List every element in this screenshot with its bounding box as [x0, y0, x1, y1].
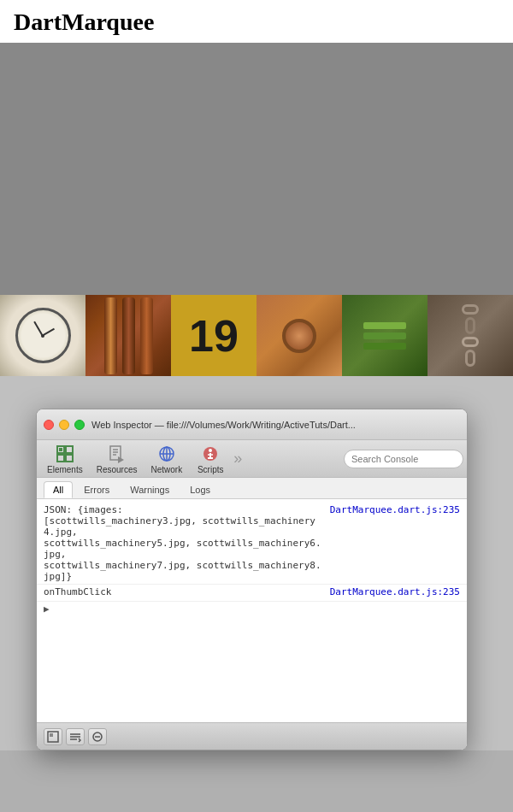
- bottom-background: [0, 750, 513, 812]
- console-entry-1: JSON: {images: [scottwills_machinery3.jp…: [37, 503, 467, 585]
- thumbnail-3[interactable]: 19: [171, 295, 256, 376]
- thumb-number-text: 19: [189, 314, 239, 358]
- console-prompt-button[interactable]: [66, 728, 85, 745]
- console-entry-2: onThumbClick DartMarquee.dart.js:235: [37, 585, 467, 602]
- svg-rect-20: [50, 733, 53, 737]
- console-message-1: JSON: {images: [scottwills_machinery3.jp…: [44, 504, 323, 582]
- toolbar-right: Search Console: [344, 450, 463, 468]
- svg-rect-4: [59, 448, 62, 451]
- scripts-icon: [200, 444, 221, 464]
- console-content: JSON: {images: [scottwills_machinery3.jp…: [37, 499, 467, 722]
- resources-label: Resources: [97, 465, 138, 474]
- tab-logs[interactable]: Logs: [180, 481, 220, 498]
- inspector-title: Web Inspector — file:///Volumes/Work/Wri…: [91, 420, 460, 430]
- console-link-1[interactable]: DartMarquee.dart.js:235: [330, 504, 460, 515]
- svg-rect-1: [66, 446, 73, 453]
- tab-warnings[interactable]: Warnings: [121, 481, 179, 498]
- svg-rect-2: [57, 455, 64, 462]
- tab-all[interactable]: All: [44, 481, 73, 498]
- console-message-2: onThumbClick: [44, 586, 323, 597]
- thumbnail-4[interactable]: [256, 295, 342, 376]
- inspect-element-button[interactable]: [44, 728, 62, 745]
- traffic-lights: [44, 420, 85, 430]
- search-input[interactable]: [344, 450, 463, 468]
- network-label: Network: [151, 465, 183, 474]
- tab-errors[interactable]: Errors: [74, 481, 119, 498]
- maximize-button[interactable]: [74, 420, 85, 430]
- elements-icon: [55, 444, 75, 464]
- inspector-toolbar: Elements Resources: [37, 440, 467, 478]
- svg-rect-3: [66, 455, 73, 462]
- thumbnail-5[interactable]: [342, 295, 428, 376]
- console-expand-arrow[interactable]: ▶: [37, 602, 467, 616]
- inspector-panel: Web Inspector — file:///Volumes/Work/Wri…: [36, 409, 468, 750]
- minimize-button[interactable]: [59, 420, 69, 430]
- toolbar-resources[interactable]: Resources: [90, 442, 144, 476]
- clear-console-button[interactable]: [88, 728, 107, 745]
- console-tabs: All Errors Warnings Logs: [37, 478, 467, 499]
- network-icon: [156, 444, 177, 464]
- toolbar-scripts[interactable]: Scripts: [189, 442, 232, 476]
- elements-label: Elements: [47, 465, 83, 474]
- inspector-bottombar: [37, 722, 467, 750]
- close-button[interactable]: [44, 420, 54, 430]
- toolbar-network[interactable]: Network: [144, 442, 190, 476]
- site-title: DartMarquee: [0, 0, 513, 43]
- svg-point-15: [209, 449, 212, 452]
- hero-banner: [0, 43, 513, 295]
- scripts-label: Scripts: [198, 465, 224, 474]
- page-content: DartMarquee 19: [0, 0, 513, 376]
- console-link-2[interactable]: DartMarquee.dart.js:235: [330, 586, 460, 597]
- inspector-titlebar: Web Inspector — file:///Volumes/Work/Wri…: [37, 409, 467, 440]
- thumbnail-1[interactable]: [0, 295, 86, 376]
- thumbnail-2[interactable]: [86, 295, 171, 376]
- thumbnail-strip: 19: [0, 295, 513, 376]
- toolbar-elements[interactable]: Elements: [40, 442, 90, 476]
- thumbnail-6[interactable]: [428, 295, 513, 376]
- toolbar-separator: »: [232, 450, 244, 468]
- resources-icon: [107, 444, 127, 464]
